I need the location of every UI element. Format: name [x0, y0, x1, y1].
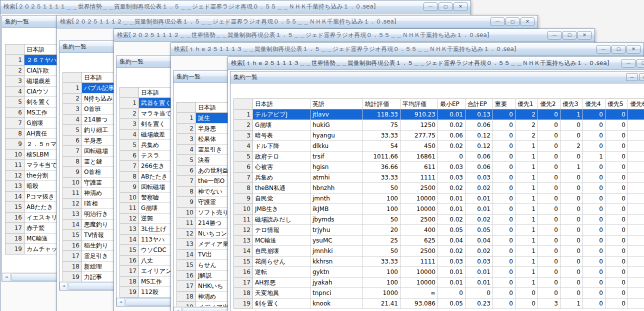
grid-cell[interactable]: 0 [606, 152, 628, 162]
grid-cell[interactable]: 0.01 [438, 110, 466, 120]
grid-cell[interactable]: 0 [583, 194, 606, 204]
row-number[interactable]: 1 [234, 110, 253, 120]
grid-cell[interactable]: 0 [606, 120, 628, 130]
grid-cell[interactable]: 0.03 [466, 256, 493, 267]
grid-cell[interactable]: 1 [516, 172, 538, 183]
row-number[interactable]: 5 [234, 152, 253, 162]
grid-cell[interactable]: hukiG [310, 120, 363, 130]
grid-cell[interactable]: 0 [538, 152, 560, 162]
grid-cell[interactable]: 0 [560, 214, 583, 225]
row-number[interactable]: 13 [120, 224, 139, 234]
maximize-button[interactable]: ▢ [636, 59, 644, 68]
grid-cell[interactable]: 0.06 [466, 152, 493, 162]
row-number[interactable]: 8 [63, 156, 82, 167]
row-number[interactable]: 10 [6, 150, 24, 160]
row-number[interactable]: 5 [177, 155, 196, 166]
row-number[interactable]: 7 [6, 118, 24, 128]
grid-cell[interactable]: 1111 [400, 256, 438, 267]
grid-cell[interactable]: G崩壊 [253, 120, 310, 130]
grid-cell[interactable] [628, 204, 644, 214]
row-number[interactable]: 7 [120, 161, 139, 172]
row-number[interactable]: 17 [120, 266, 139, 276]
minimize-button[interactable]: — [490, 18, 504, 26]
grid-cell[interactable]: jbymds [310, 214, 363, 225]
grid-cell[interactable]: 0 [606, 246, 628, 256]
grid-cell[interactable]: 0 [493, 225, 516, 236]
grid-cell[interactable]: 0 [493, 110, 516, 120]
row-number[interactable]: 18 [63, 262, 82, 272]
grid-cell[interactable]: 33.33 [363, 172, 400, 183]
child-titlebar[interactable]: 集約一覧 — ▢ ✕ [230, 72, 644, 84]
grid-cell[interactable]: AH邪悪 [253, 278, 310, 288]
grid-cell[interactable]: 0 [538, 120, 560, 130]
grid-cell[interactable]: 400 [400, 225, 438, 236]
grid-cell[interactable]: 0 [560, 267, 583, 278]
scroll-left-arrow[interactable]: ◄ [174, 307, 182, 311]
grid-cell[interactable]: 0 [538, 194, 560, 204]
grid-cell[interactable]: 0 [606, 141, 628, 152]
grid-cell[interactable]: 50 [363, 246, 400, 256]
grid-cell[interactable]: 0 [583, 214, 606, 225]
row-number[interactable]: 11 [120, 203, 139, 214]
grid-cell[interactable] [628, 120, 644, 130]
scroll-left-arrow[interactable]: ◄ [60, 282, 68, 290]
row-number[interactable]: 18 [234, 288, 253, 298]
maximize-button[interactable]: ▢ [562, 31, 576, 40]
grid-cell[interactable]: 0 [583, 256, 606, 267]
grid-cell[interactable]: jmnth [310, 194, 363, 204]
grid-cell[interactable]: 0.05 [466, 225, 493, 236]
grid-cell[interactable]: 0.02 [466, 183, 493, 194]
grid-cell[interactable]: 0.01 [438, 204, 466, 214]
grid-cell[interactable] [628, 298, 644, 309]
grid-cell[interactable]: 0 [438, 288, 466, 298]
grid-cell[interactable]: ∞ [400, 288, 438, 298]
close-button[interactable]: ✕ [520, 18, 534, 26]
row-number[interactable]: 4 [6, 86, 24, 97]
grid-cell[interactable]: 磁場読みだし [253, 214, 310, 225]
grid-cell[interactable]: gyktn [310, 267, 363, 278]
grid-cell[interactable]: 0.04 [438, 236, 466, 246]
grid-cell[interactable]: 0 [493, 256, 516, 267]
table-row[interactable]: 9O首相 [63, 167, 121, 178]
grid-cell[interactable]: 0 [538, 204, 560, 214]
row-number[interactable]: 15 [177, 260, 196, 270]
row-number[interactable]: 12 [234, 225, 253, 236]
grid-cell[interactable]: 0 [560, 152, 583, 162]
grid-cell[interactable]: 0 [560, 225, 583, 236]
grid-cell[interactable]: 天変地異 [253, 288, 310, 298]
grid-cell[interactable]: 33.33 [363, 130, 400, 141]
grid-cell[interactable]: 910.23 [400, 110, 438, 120]
grid-cell[interactable]: 0 [493, 130, 516, 141]
table-row[interactable]: 10守護霊 [63, 178, 121, 188]
grid-cell[interactable]: 0 [606, 183, 628, 194]
grid-cell[interactable]: trsif [310, 152, 363, 162]
minimize-button[interactable]: — [424, 2, 438, 11]
grid-cell[interactable]: 0 [560, 278, 583, 288]
grid-cell[interactable]: 54 [363, 141, 400, 152]
row-number[interactable]: 16 [177, 270, 196, 281]
grid-cell[interactable]: 50 [363, 214, 400, 225]
grid-cell[interactable]: 0 [493, 267, 516, 278]
grid-cell[interactable]: 0 [538, 267, 560, 278]
grid-cell[interactable]: 0 [606, 278, 628, 288]
grid-cell[interactable] [628, 172, 644, 183]
grid-cell[interactable]: 0 [606, 172, 628, 183]
grid-cell[interactable]: 0 [606, 288, 628, 298]
column-header-6[interactable]: 合計EP [466, 99, 493, 110]
grid-cell[interactable]: 2500 [400, 183, 438, 194]
table-row[interactable]: 3O首班 [63, 104, 121, 114]
grid-cell[interactable]: テルアビブJ [253, 110, 310, 120]
grid-cell[interactable]: 自民崩壊 [253, 246, 310, 256]
grid-cell[interactable]: jyakah [310, 278, 363, 288]
grid-cell[interactable]: 0 [493, 246, 516, 256]
row-number[interactable]: 12 [63, 198, 82, 209]
grid-cell[interactable]: 0.06 [466, 120, 493, 130]
maximize-button[interactable]: ▢ [612, 45, 626, 54]
grid-cell[interactable]: 450 [400, 141, 438, 152]
grid-cell[interactable]: 0 [493, 236, 516, 246]
grid-cell[interactable]: 16861 [400, 152, 438, 162]
grid-cell[interactable]: 0 [583, 183, 606, 194]
grid-cell[interactable]: 0 [583, 298, 606, 309]
grid-cell[interactable]: 0 [493, 298, 516, 309]
close-button[interactable]: ✕ [454, 2, 468, 11]
